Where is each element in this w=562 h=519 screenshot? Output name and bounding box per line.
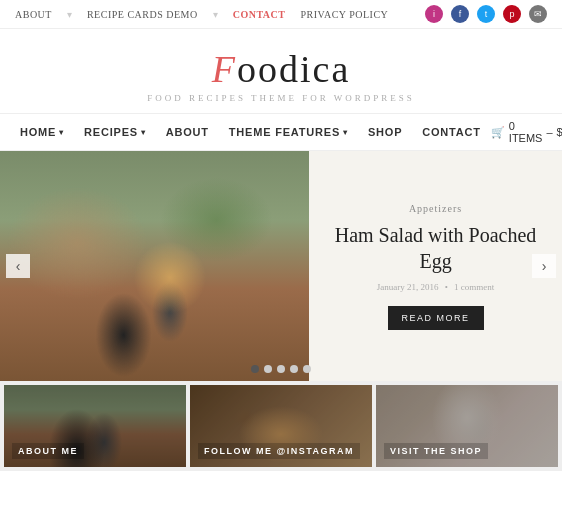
tile-1-label: ABOUT ME [12,443,84,459]
bottom-tiles: ABOUT ME FOLLOW ME @INSTAGRAM VISIT THE … [0,381,562,471]
tile-1-overlay: ABOUT ME [4,385,186,467]
tile-3-overlay: VISIT THE SHOP [376,385,558,467]
nav-theme-features[interactable]: THEME FEATURES ▾ [219,113,358,151]
nav-about[interactable]: ABOUT [156,113,219,151]
facebook-icon[interactable]: f [451,5,469,23]
nav-recipes[interactable]: RECIPES ▾ [74,113,156,151]
nav-home[interactable]: HOME ▾ [10,113,74,151]
topbar-link-contact[interactable]: CONTACT [233,9,286,20]
hero-read-more-button[interactable]: READ MORE [388,306,484,330]
cart-label: 0 ITEMS [509,120,543,144]
tile-3-label: VISIT THE SHOP [384,443,488,459]
hero-dot-1[interactable] [251,365,259,373]
separator-2: ▾ [213,9,218,20]
hero-dot-2[interactable] [264,365,272,373]
hero-content: Appetizers Ham Salad with Poached Egg Ja… [309,151,562,381]
logo-subtitle: FOOD RECIPES THEME FOR WORDPRESS [10,93,552,103]
hero-dot-3[interactable] [277,365,285,373]
separator-1: ▾ [67,9,72,20]
top-bar-links: ABOUT ▾ RECIPE CARDS DEMO ▾ CONTACT PRIV… [15,9,388,20]
tile-about-me[interactable]: ABOUT ME [4,385,186,467]
tile-instagram[interactable]: FOLLOW ME @INSTAGRAM [190,385,372,467]
nav-items: HOME ▾ RECIPES ▾ ABOUT THEME FEATURES ▾ … [10,113,562,151]
hero-comments: 1 comment [454,282,494,292]
nav-bar: HOME ▾ RECIPES ▾ ABOUT THEME FEATURES ▾ … [0,113,562,151]
hero-meta-dot: • [445,282,448,292]
hero-category: Appetizers [409,203,462,214]
tile-2-overlay: FOLLOW ME @INSTAGRAM [190,385,372,467]
hero-food-overlay [0,151,309,381]
hero-date: January 21, 2016 [377,282,439,292]
tile-shop[interactable]: VISIT THE SHOP [376,385,558,467]
hero-slider: Appetizers Ham Salad with Poached Egg Ja… [0,151,562,381]
topbar-link-about[interactable]: ABOUT [15,9,52,20]
pinterest-icon[interactable]: p [503,5,521,23]
hero-dot-4[interactable] [290,365,298,373]
instagram-icon[interactable]: i [425,5,443,23]
hero-meta: January 21, 2016 • 1 comment [377,282,495,292]
cart-separator: – [546,126,552,138]
logo-rest: oodica [237,48,350,90]
topbar-link-privacy[interactable]: PRIVACY POLICY [300,9,388,20]
nav-contact[interactable]: CONTACT [412,113,491,151]
hero-image [0,151,309,381]
hero-next-button[interactable]: › [532,254,556,278]
logo-f: F [212,48,237,90]
hero-dot-5[interactable] [303,365,311,373]
logo-title[interactable]: Foodica [10,47,552,91]
hero-title: Ham Salad with Poached Egg [329,222,542,274]
nav-shop[interactable]: SHOP [358,113,412,151]
social-icons: i f t p ✉ [425,5,547,23]
nav-cart[interactable]: 🛒 0 ITEMS – $0.00 [491,120,562,144]
hero-dots [251,365,311,373]
top-bar: ABOUT ▾ RECIPE CARDS DEMO ▾ CONTACT PRIV… [0,0,562,29]
topbar-link-recipe[interactable]: RECIPE CARDS DEMO [87,9,198,20]
cart-icon: 🛒 [491,126,505,139]
cart-price: $0.00 [557,126,562,138]
tile-2-label: FOLLOW ME @INSTAGRAM [198,443,360,459]
logo-area: Foodica FOOD RECIPES THEME FOR WORDPRESS [0,29,562,113]
email-icon[interactable]: ✉ [529,5,547,23]
twitter-icon[interactable]: t [477,5,495,23]
hero-prev-button[interactable]: ‹ [6,254,30,278]
